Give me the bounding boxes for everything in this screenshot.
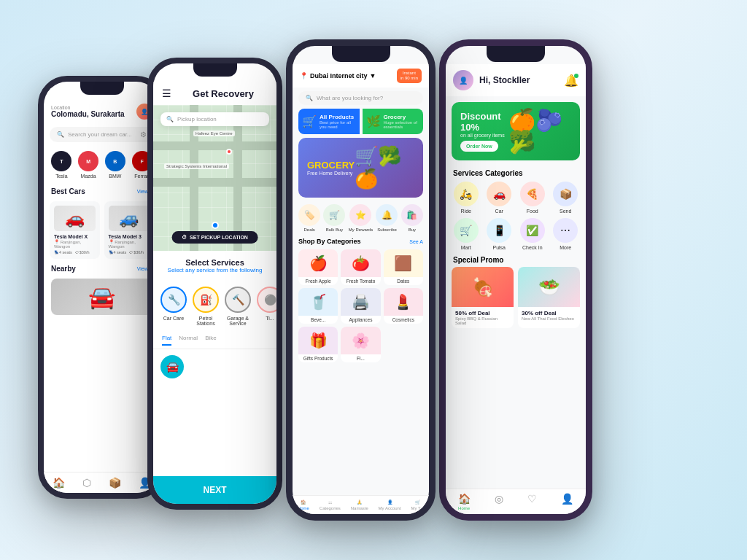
dropdown-icon[interactable]: ▼ [370, 72, 376, 79]
promo-grid: 🍖 50% off Deal Spicy BBQ & Russian Salad… [446, 265, 586, 330]
promo2-name: New All Thai Food Elesheo [522, 316, 576, 321]
rewards-icon: ⭐ [349, 204, 371, 226]
filter-icon[interactable]: ⚙ [140, 131, 147, 139]
cat-dates[interactable]: 🟫 Dates [384, 249, 423, 285]
tab-normal[interactable]: Normal [179, 335, 198, 346]
s-nav-profile[interactable]: 👤 [561, 493, 573, 510]
cat-label: Categories [320, 506, 341, 510]
tab-bike[interactable]: Bike [205, 335, 217, 346]
notification-bell[interactable]: 🔔 [564, 74, 578, 88]
set-pickup-button[interactable]: ⏱ SET PICKUP LOCATION [171, 231, 258, 244]
cat-icon: ⚏ [328, 499, 332, 505]
map-section: Hafeez Eye Centre Strategic Systems Inte… [153, 105, 276, 251]
banner-text: GROCERY Free Home Delivery [307, 160, 355, 176]
send-label: Send [560, 209, 571, 214]
service-petrol[interactable]: ⛽ Petrol Stations [193, 287, 219, 326]
car1-location: 📍 Ranjingan, Wangon [54, 239, 96, 249]
mart-icon: 🛒 [454, 218, 479, 243]
nav-map[interactable]: ⬡ [82, 477, 91, 489]
service-food[interactable]: 🍕 Food [518, 182, 547, 214]
cat-gifts[interactable]: 🎁 Gifts Products [298, 327, 338, 362]
car-card-1[interactable]: 🚗 Tesla Model X 📍 Ranjingan, Wangon 💺4 s… [50, 201, 100, 259]
appliances-img: 🖨️ [341, 288, 380, 316]
cat-bev[interactable]: 🥤 Beve... [298, 288, 338, 324]
tab-flat[interactable]: Flat [162, 335, 171, 346]
brand-mazda[interactable]: M Mazda [78, 151, 98, 179]
ride-icon: 🛵 [454, 182, 479, 206]
appliances-label: Appliances [341, 316, 380, 324]
g-nav-cart[interactable]: 🛒 My T... [411, 499, 425, 510]
map-point-1 [226, 149, 232, 155]
order-now-button[interactable]: Order Now [460, 141, 498, 152]
nav-box[interactable]: 📦 [109, 477, 121, 489]
g-nav-home[interactable]: 🏠 Home [298, 499, 309, 510]
car1-seats: 💺4 seats [54, 250, 72, 254]
pickup-location-input[interactable]: 🔍 Pickup location [160, 112, 269, 126]
next-button[interactable]: NEXT [153, 476, 276, 504]
tab-grocery[interactable]: 🌿 Grocery Huge selection of essentials [363, 109, 424, 134]
see-all-cats[interactable]: See A [409, 239, 423, 244]
action-deals[interactable]: 🏷️ Deals [298, 204, 320, 232]
banner-sub: Free Home Delivery [307, 171, 355, 176]
hamburger-menu[interactable]: ☰ [162, 88, 171, 99]
grocery-search[interactable]: 🔍 What are you looking for? [298, 91, 423, 105]
tab-all-products[interactable]: 🛒 All Products Best price for all you ne… [298, 109, 360, 134]
cat-apple[interactable]: 🍎 Fresh Apple [298, 249, 338, 285]
g-nav-account[interactable]: 👤 My Account [379, 499, 401, 510]
car1-model: Tesla Model X [54, 234, 96, 239]
service-car-care[interactable]: 🔧 Car Care [160, 287, 187, 326]
tab-products-text: All Products Best price for all you need [320, 114, 356, 129]
grocery-banner: GROCERY Free Home Delivery 🛒🥦🍊 [298, 138, 423, 198]
service-ride[interactable]: 🛵 Ride [452, 182, 481, 214]
tomato-label: Fresh Tomato [341, 277, 380, 285]
action-subscribe[interactable]: 🔔 Subscribe [376, 204, 398, 232]
garage-label: Garage & Service [225, 316, 251, 326]
action-bulk[interactable]: 🛒 Bulk Buy [323, 204, 345, 232]
s-nav-explore[interactable]: ◎ [495, 493, 503, 510]
brand-bmw[interactable]: B BMW [105, 151, 125, 179]
pulsa-label: Pulsa [492, 245, 506, 250]
service-mart[interactable]: 🛒 Mart [452, 218, 481, 250]
service-tire[interactable]: ⚫ Ti... [257, 287, 276, 326]
cat-cosmetics[interactable]: 💄 Cosmetics [384, 288, 423, 324]
service-checkin[interactable]: ✅ Check In [518, 218, 547, 250]
action-buy[interactable]: 🛍️ Buy [401, 204, 423, 232]
cat-fl[interactable]: 🌸 Fl... [341, 327, 380, 362]
service-more[interactable]: ⋯ More [551, 218, 581, 250]
promo-card-2[interactable]: 🥗 30% off Deal New All Thai Food Elesheo [518, 267, 580, 328]
service-icons-row: 🔧 Car Care ⛽ Petrol Stations 🔨 Garage & … [153, 281, 276, 332]
service-garage[interactable]: 🔨 Garage & Service [225, 287, 251, 326]
car-search-bar[interactable]: 🔍 Search your dream car... ⚙ [50, 127, 154, 142]
s-nav-home[interactable]: 🏠 Home [458, 493, 471, 510]
cat-appliances[interactable]: 🖨️ Appliances [341, 288, 380, 324]
home-icon: 🏠 [458, 493, 471, 505]
bmw-icon: B [105, 151, 125, 171]
apple-img: 🍎 [298, 249, 338, 277]
banner-title: GROCERY [307, 160, 355, 171]
search-icon: 🔍 [57, 131, 64, 138]
location-dot [212, 222, 219, 229]
promo2-image: 🥗 [518, 267, 580, 307]
cat-tomato[interactable]: 🍅 Fresh Tomato [341, 249, 380, 285]
brand-tesla[interactable]: T Tesla [51, 151, 71, 179]
action-rewards[interactable]: ⭐ My Rewards [349, 204, 373, 232]
stockller-avatar: 👤 [453, 70, 473, 90]
service-pulsa[interactable]: 📱 Pulsa [485, 218, 514, 250]
s-nav-wishlist[interactable]: ♡ [527, 493, 537, 510]
promo-card-1[interactable]: 🍖 50% off Deal Spicy BBQ & Russian Salad [452, 267, 514, 328]
profile-icon: 👤 [561, 493, 573, 505]
car-app-header: Location Colomadu, Surakarta 👤 [44, 98, 160, 124]
g-nav-namaste[interactable]: 🙏 Namaste [351, 499, 368, 510]
car2-image: 🚙 [109, 206, 150, 231]
hi-text: Hi, Stockller [479, 75, 558, 85]
car-card-2[interactable]: 🚙 Tesla Model 3 📍 Ranjingan, Wangon 💺4 s… [104, 201, 155, 259]
flat-service-icon[interactable]: 🚘 [160, 355, 184, 378]
bev-label: Beve... [298, 316, 338, 324]
nav-home[interactable]: 🏠 [53, 477, 65, 489]
grocery-icon: 🌿 [366, 114, 381, 128]
g-nav-categories[interactable]: ⚏ Categories [320, 499, 341, 510]
car1-details: 💺4 seats ⏱$30/h [54, 250, 96, 254]
service-car[interactable]: 🚗 Car [485, 182, 514, 214]
service-send[interactable]: 📦 Send [551, 182, 581, 214]
cart-icon: 🛒 [302, 114, 317, 128]
